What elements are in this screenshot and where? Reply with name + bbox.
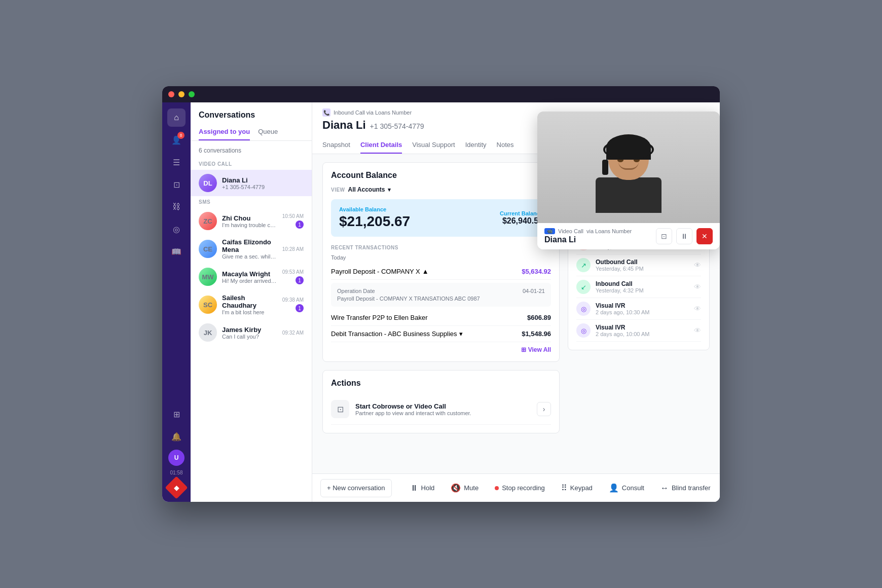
tab-visual-support[interactable]: Visual Support <box>412 137 455 154</box>
tab-assigned[interactable]: Assigned to you <box>199 124 250 140</box>
nav-list-icon[interactable]: ☰ <box>167 153 186 171</box>
nav-grid-icon[interactable]: ⊞ <box>167 405 186 423</box>
transaction-payroll[interactable]: Payroll Deposit - COMPANY X ▲ $5,634.92 <box>331 264 551 280</box>
time-zhi: 10:50 AM <box>282 213 304 219</box>
conv-james[interactable]: JK James Kirby Can I call you? 09:32 AM <box>191 319 312 346</box>
video-pause-button[interactable]: ⏸ <box>676 228 692 244</box>
view-label: VIEW <box>331 187 345 193</box>
balance-view-row: VIEW All Accounts ▾ <box>331 186 551 193</box>
action-subtitle-cobrowse: Partner app to view and interact with cu… <box>355 410 531 416</box>
minimize-dot[interactable] <box>178 91 185 97</box>
nav-chain-icon[interactable]: ⛓ <box>167 198 186 216</box>
tab-client-details[interactable]: Client Details <box>360 137 402 154</box>
tab-notes[interactable]: Notes <box>497 137 514 154</box>
tab-identity[interactable]: Identity <box>465 137 487 154</box>
transaction-amount-wire: $606.89 <box>527 314 551 321</box>
nav-diamond[interactable]: ◆ <box>165 476 188 499</box>
inbound-call-icon: 📞 <box>322 108 330 117</box>
close-dot[interactable] <box>168 91 174 97</box>
available-balance-section: Available Balance $21,205.67 <box>339 206 410 230</box>
expand-icon: ▲ <box>422 268 429 275</box>
sidebar-title: Conversations <box>191 102 312 124</box>
consult-button[interactable]: 👤 Consult <box>603 479 650 497</box>
conv-avatar-diana: DL <box>199 174 217 192</box>
hist-time-inbound: Yesterday, 4:32 PM <box>596 287 689 293</box>
recording-dot <box>495 486 499 490</box>
time-caifas: 10:28 AM <box>282 246 304 252</box>
account-balance-card: Account Balance VIEW All Accounts ▾ Avai… <box>322 162 560 362</box>
nav-users-icon[interactable]: 👤 8 <box>167 131 186 149</box>
meta-caifas: 10:28 AM <box>282 246 304 252</box>
info-sailesh: Sailesh Chaudhary I'm a bit lost here <box>222 294 277 315</box>
video-via-text: via Loans Number <box>586 228 632 234</box>
meta-sailesh: 09:38 AM 1 <box>282 297 304 312</box>
maximize-dot[interactable] <box>189 91 195 97</box>
conv-zhi-chou[interactable]: ZC Zhi Chou I'm having trouble connectin… <box>191 208 312 234</box>
name-sailesh: Sailesh Chaudhary <box>222 294 277 309</box>
hold-button[interactable]: ⏸ Hold <box>404 479 441 497</box>
view-all-icon: ⊞ <box>521 346 526 353</box>
nav-avatar[interactable]: U <box>168 450 185 466</box>
hist-visual2: ◎ Visual IVR 2 days ago, 10:00 AM 👁 <box>576 320 701 342</box>
video-widget: 📹 Video Call via Loans Number Diana Li ⊡… <box>537 112 720 249</box>
conv-macayla[interactable]: MW Macayla Wright Hi! My order arrived y… <box>191 264 312 290</box>
nav-bell-icon[interactable]: 🔔 <box>167 427 186 446</box>
nav-book-icon[interactable]: 📖 <box>167 242 186 261</box>
call-type-text: Inbound Call via Loans Number <box>334 109 412 116</box>
op-date-row: Operation Date 04-01-21 <box>337 288 545 294</box>
transaction-name-payroll: Payroll Deposit - COMPANY X ▲ <box>331 268 429 275</box>
actions-card: Actions ⊡ Start Cobrowse or Video Call P… <box>322 370 560 433</box>
stop-recording-button[interactable]: Stop recording <box>489 479 551 497</box>
video-call-type-row: 📹 Video Call via Loans Number <box>544 228 632 234</box>
nav-home-icon[interactable]: ⌂ <box>167 108 186 127</box>
view-value[interactable]: All Accounts <box>348 186 385 193</box>
current-amount: $26,940.59 <box>500 216 543 226</box>
action-cobrowse[interactable]: ⊡ Start Cobrowse or Video Call Partner a… <box>331 394 551 425</box>
action-arrow-cobrowse[interactable]: › <box>537 402 551 416</box>
eye-icon-outbound[interactable]: 👁 <box>694 261 701 269</box>
view-all-button[interactable]: ⊞ View All <box>331 346 551 353</box>
conversation-count: 6 conversations <box>191 145 312 158</box>
nav-award-icon[interactable]: ◎ <box>167 220 186 238</box>
eye-icon-visual2[interactable]: 👁 <box>694 326 701 335</box>
hist-time-outbound: Yesterday, 6:45 PM <box>596 266 689 272</box>
stop-recording-label: Stop recording <box>502 484 545 492</box>
eye-icon-visual1[interactable]: 👁 <box>694 305 701 313</box>
transaction-debit[interactable]: Debit Transaction - ABC Business Supplie… <box>331 326 551 342</box>
avatar-zhi: ZC <box>199 212 217 230</box>
hist-name-inbound: Inbound Call <box>596 280 689 287</box>
mute-label: Mute <box>464 484 479 492</box>
conv-diana-li[interactable]: DL Diana Li +1 305-574-4779 <box>191 170 312 196</box>
new-conversation-button[interactable]: + New conversation <box>320 479 392 497</box>
hist-name-outbound: Outbound Call <box>596 259 689 266</box>
time-macayla: 09:53 AM <box>282 269 304 275</box>
conv-sailesh[interactable]: SC Sailesh Chaudhary I'm a bit lost here… <box>191 290 312 319</box>
hist-inbound: ↙ Inbound Call Yesterday, 4:32 PM 👁 <box>576 276 701 298</box>
conv-phone-diana: +1 305-574-4779 <box>222 184 304 190</box>
sidebar-tabs: Assigned to you Queue <box>191 124 312 141</box>
eye-icon-inbound[interactable]: 👁 <box>694 283 701 291</box>
balance-box: Available Balance $21,205.67 Current Bal… <box>331 199 551 237</box>
avatar-macayla: MW <box>199 268 217 286</box>
transaction-wire[interactable]: Wire Transfer P2P to Ellen Baker $606.89 <box>331 310 551 326</box>
tab-queue[interactable]: Queue <box>258 124 278 140</box>
cobrowse-icon: ⊡ <box>331 400 349 418</box>
mute-button[interactable]: 🔇 Mute <box>445 479 485 497</box>
nav-contact-icon[interactable]: ⊡ <box>167 175 186 194</box>
meta-macayla: 09:53 AM 1 <box>282 269 304 284</box>
nav-time: 01:58 <box>170 470 182 475</box>
tab-snapshot[interactable]: Snapshot <box>322 137 350 154</box>
customer-phone: +1 305-574-4779 <box>370 122 424 130</box>
hist-visual1: ◎ Visual IVR 2 days ago, 10:30 AM 👁 <box>576 298 701 320</box>
keypad-button[interactable]: ⠿ Keypad <box>555 479 599 497</box>
video-expand-button[interactable]: ⊡ <box>656 228 672 244</box>
preview-james: Can I call you? <box>222 334 277 340</box>
hist-info-visual1: Visual IVR 2 days ago, 10:30 AM <box>596 302 689 315</box>
conv-caifas[interactable]: CE Caifas Elizondo Mena Give me a sec. w… <box>191 234 312 264</box>
video-close-button[interactable]: ✕ <box>696 228 713 244</box>
blind-transfer-button[interactable]: ↔ Blind transfer <box>654 479 717 497</box>
dropdown-icon[interactable]: ▾ <box>388 187 391 193</box>
hold-icon: ⏸ <box>410 484 418 493</box>
name-macayla: Macayla Wright <box>222 270 277 278</box>
op-date-value: 04-01-21 <box>523 288 545 294</box>
